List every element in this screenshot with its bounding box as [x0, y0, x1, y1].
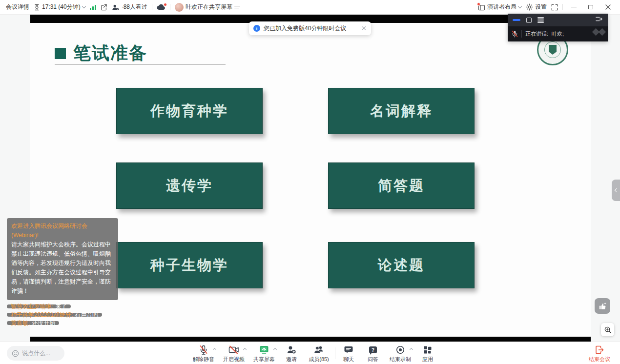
mic-muted-icon [512, 30, 518, 38]
top-bar: 会议详情 17:31 (40分钟) [0, 0, 620, 15]
info-icon: i [253, 25, 260, 32]
chat-button[interactable]: 聊天 [336, 344, 361, 363]
settings-button[interactable]: 设置 [526, 3, 547, 11]
reactions-button[interactable] [595, 298, 610, 314]
title-bullet-square [55, 48, 66, 59]
timer-text: 17:31 (40分钟) [42, 3, 81, 11]
view-mode-bar-icon[interactable] [513, 19, 520, 21]
divider [521, 30, 522, 38]
settings-label: 设置 [535, 3, 547, 11]
floating-video-panel: 正在讲话: 叶欢; [508, 14, 608, 41]
stop-record-icon [395, 345, 405, 355]
collapse-panel-icon[interactable] [595, 16, 603, 24]
chevron-left-icon [614, 188, 618, 192]
qa-button[interactable]: ? 问答 [361, 344, 385, 363]
chevron-down-icon [82, 4, 85, 8]
viewers-text: ·88人看过 [122, 3, 147, 11]
speaking-label: 正在讲话: [525, 30, 548, 38]
free-plan-notification: i 您已加入免费版40分钟限时会议 [249, 21, 371, 35]
viewers-icon [112, 4, 120, 11]
leave-meeting-icon [595, 345, 604, 355]
zoom-in-button[interactable] [601, 323, 614, 336]
active-speaker-strip[interactable]: 正在讲话: 叶欢; [508, 26, 608, 41]
chat-sender-name: 黄嘉敏: [11, 320, 30, 326]
meeting-details-button[interactable]: 会议详情 [6, 3, 29, 11]
chevron-up-icon[interactable] [273, 348, 277, 351]
view-mode-list-icon[interactable] [537, 17, 544, 23]
notification-close-icon[interactable] [362, 26, 367, 31]
sharer-avatar [175, 3, 184, 12]
letterbox-bottom [30, 337, 591, 342]
members-icon [313, 345, 324, 355]
share-options-icon[interactable] [234, 6, 240, 9]
topic-box: 简答题 [328, 162, 475, 209]
meeting-timer[interactable]: 17:31 (40分钟) [34, 3, 85, 11]
video-watermark-logo [593, 29, 605, 35]
chevron-up-icon[interactable] [243, 348, 247, 351]
close-icon [605, 4, 611, 10]
quick-chat-field[interactable] [7, 346, 64, 361]
invite-icon [287, 345, 296, 355]
network-signal-icon[interactable] [90, 4, 96, 10]
divider [152, 4, 152, 10]
notification-text: 您已加入免费版40分钟限时会议 [264, 24, 346, 33]
welcome-title: 欢迎进入腾讯会议网络研讨会(Webinar)! [11, 222, 114, 240]
start-video-button[interactable]: 开启视频 [219, 344, 249, 363]
topic-box: 遗传学 [116, 162, 263, 209]
cloud-record-indicator[interactable] [157, 4, 165, 10]
stop-recording-button[interactable]: 结束录制 [385, 344, 415, 363]
mic-off-icon [199, 345, 208, 355]
topic-box: 种子生物学 [116, 242, 263, 288]
maximize-button[interactable] [584, 2, 597, 12]
speaker-name: 叶欢; [552, 30, 564, 38]
chat-overlay: 欢迎进入腾讯会议网络研讨会(Webinar)! 请大家共同维护大会秩序。会议过程… [7, 218, 118, 325]
divider [562, 4, 563, 10]
open-external-button[interactable] [101, 4, 107, 11]
layout-label: 演讲者布局 [487, 3, 517, 11]
fullscreen-button[interactable] [551, 4, 558, 11]
gear-icon [526, 3, 533, 11]
close-button[interactable] [601, 2, 614, 12]
chat-input[interactable] [22, 350, 59, 357]
members-button[interactable]: 成员(85) [304, 344, 334, 363]
bottom-toolbar: 解除静音 开启视频 [0, 342, 620, 364]
chevron-up-icon[interactable] [213, 348, 216, 351]
divider [335, 347, 335, 359]
view-mode-window-icon[interactable] [526, 18, 532, 23]
thumbs-up-icon [598, 302, 607, 311]
invite-button[interactable]: 邀请 [279, 344, 304, 363]
layout-switch-button[interactable]: 演讲者布局 [478, 3, 521, 11]
topic-box: 名词解释 [328, 88, 475, 134]
end-meeting-button[interactable]: 结束会议 [584, 344, 615, 363]
title-underline [55, 64, 226, 65]
unmute-button[interactable]: 解除静音 [188, 344, 219, 363]
chat-message-text: 还没开始 [32, 320, 55, 326]
camera-off-icon [228, 345, 239, 354]
apps-button[interactable]: 应用 [415, 344, 440, 363]
toolbar-items: 解除静音 开启视频 [188, 344, 440, 363]
divider [170, 4, 170, 10]
welcome-body: 请大家共同维护大会秩序。会议过程中禁止出现违法违规、低俗色情、吸烟酗酒等内容，若… [11, 241, 111, 294]
hourglass-icon [34, 4, 40, 11]
topic-box: 作物育种学 [116, 88, 263, 134]
smiley-icon [12, 350, 19, 357]
chat-message: 种子科学202201胡婕轩:有声音吗 [7, 313, 102, 317]
share-screen-button[interactable]: 共享屏幕 [249, 344, 279, 363]
fullscreen-icon [551, 4, 558, 11]
magnifier-plus-icon [604, 326, 612, 334]
chat-message-text: 有声音吗 [75, 311, 98, 318]
topic-box: 论述题 [328, 242, 475, 288]
sharer-status[interactable]: 叶欢正在共享屏幕 [175, 3, 240, 12]
side-panel-expand-handle[interactable] [612, 180, 620, 201]
minimize-button[interactable] [567, 2, 580, 12]
layout-badge-dot [477, 2, 480, 6]
chat-icon [344, 345, 353, 354]
slide-title-text: 笔试准备 [73, 41, 147, 65]
chevron-down-icon [518, 4, 522, 8]
chevron-up-icon[interactable] [410, 348, 413, 351]
qa-icon: ? [369, 346, 377, 353]
share-screen-icon [259, 345, 269, 355]
video-panel-toolbar [508, 14, 608, 26]
viewers-count[interactable]: ·88人看过 [112, 3, 147, 11]
tencent-meeting-window: 会议详情 17:31 (40分钟) [0, 0, 620, 364]
